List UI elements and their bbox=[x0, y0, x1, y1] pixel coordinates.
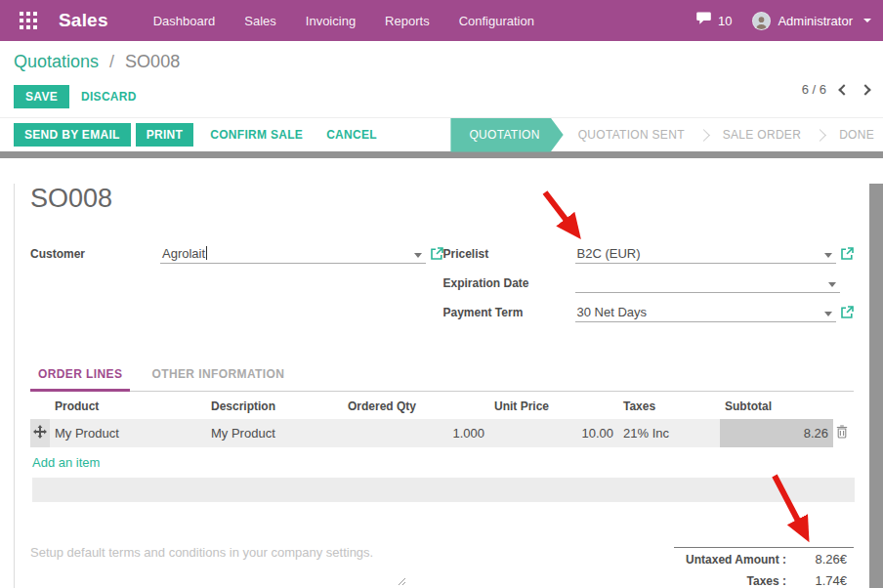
order-lines-table: Product Description Ordered Qty Unit Pri… bbox=[30, 392, 855, 447]
handle-column-header bbox=[30, 392, 50, 419]
cell-ordered-qty[interactable]: 1.000 bbox=[343, 419, 489, 447]
cell-description[interactable]: My Product bbox=[206, 419, 343, 447]
scrollbar[interactable] bbox=[869, 184, 883, 588]
text-cursor bbox=[206, 246, 207, 260]
page-title: SO008 bbox=[30, 184, 854, 214]
breadcrumb-separator: / bbox=[109, 52, 114, 71]
record-pager: 6 / 6 bbox=[802, 82, 869, 97]
status-step-sale-order[interactable]: SALE ORDER bbox=[710, 118, 814, 152]
external-link-icon[interactable] bbox=[840, 306, 854, 319]
trash-icon[interactable] bbox=[833, 419, 855, 447]
field-customer: Customer Agrolait bbox=[30, 243, 443, 264]
column-header-subtotal[interactable]: Subtotal bbox=[720, 392, 833, 419]
payment-term-label: Payment Term bbox=[443, 306, 575, 322]
control-panel: Quotations / SO008 6 / 6 SAVE DISCARD bbox=[0, 41, 883, 117]
pricelist-value: B2C (EUR) bbox=[577, 246, 641, 261]
status-step-quotation[interactable]: QUOTATION bbox=[450, 118, 563, 152]
taxes-value: 1.74€ bbox=[786, 573, 847, 588]
chevron-right-icon[interactable] bbox=[860, 84, 870, 95]
table-header-row: Product Description Ordered Qty Unit Pri… bbox=[30, 392, 855, 419]
caret-down-icon[interactable] bbox=[828, 282, 836, 287]
customer-label: Customer bbox=[30, 247, 160, 264]
payment-term-input[interactable]: 30 Net Days bbox=[575, 304, 837, 322]
column-header-product[interactable]: Product bbox=[50, 392, 206, 419]
tab-other-information[interactable]: OTHER INFORMATION bbox=[144, 361, 292, 391]
chevron-separator-icon bbox=[814, 129, 826, 142]
column-header-unit-price[interactable]: Unit Price bbox=[489, 392, 618, 419]
row-drag-handle-icon[interactable] bbox=[30, 419, 50, 447]
chevron-down-icon bbox=[863, 19, 871, 22]
empty-list-strip bbox=[32, 478, 855, 502]
status-step-quotation-sent[interactable]: QUOTATION SENT bbox=[566, 118, 697, 152]
expiration-date-input[interactable] bbox=[575, 274, 841, 293]
divider bbox=[0, 151, 883, 158]
customer-value: Agrolait bbox=[162, 246, 205, 261]
terms-and-conditions: Setup default terms and conditions in yo… bbox=[30, 545, 403, 588]
form-sheet: SO008 Customer Agrolait bbox=[14, 184, 869, 588]
messages-count: 10 bbox=[718, 14, 732, 28]
user-menu[interactable]: Administrator bbox=[778, 14, 853, 28]
caret-down-icon[interactable] bbox=[414, 253, 422, 258]
app-brand[interactable]: Sales bbox=[59, 10, 108, 31]
field-pricelist: Pricelist B2C (EUR) bbox=[443, 243, 855, 264]
save-button[interactable]: SAVE bbox=[14, 85, 69, 108]
breadcrumb-current: SO008 bbox=[125, 52, 180, 71]
terms-underline bbox=[30, 580, 403, 588]
field-payment-term: Payment Term 30 Net Days bbox=[443, 302, 855, 322]
status-steps: QUOTATION QUOTATION SENT SALE ORDER DONE bbox=[450, 118, 883, 152]
discard-button[interactable]: DISCARD bbox=[69, 85, 148, 108]
column-header-description[interactable]: Description bbox=[206, 392, 343, 419]
caret-down-icon[interactable] bbox=[824, 253, 832, 258]
breadcrumb-quotations-link[interactable]: Quotations bbox=[14, 52, 99, 71]
expiration-date-label: Expiration Date bbox=[443, 276, 575, 293]
menu-item-sales[interactable]: Sales bbox=[242, 10, 278, 32]
customer-input[interactable]: Agrolait bbox=[160, 245, 426, 264]
resize-handle-icon[interactable] bbox=[397, 571, 405, 588]
messages-button[interactable]: 10 bbox=[696, 12, 732, 29]
send-by-email-button[interactable]: SEND BY EMAIL bbox=[14, 123, 131, 147]
pager-value: 6 / 6 bbox=[802, 82, 826, 97]
totals-panel: Untaxed Amount : 8.26€ Taxes : 1.74€ Tot… bbox=[674, 547, 854, 588]
chat-bubble-icon bbox=[696, 12, 713, 29]
chevron-left-icon[interactable] bbox=[838, 84, 849, 95]
cell-taxes[interactable]: 21% Inc bbox=[618, 419, 720, 447]
main-menu: Dashboard Sales Invoicing Reports Config… bbox=[151, 10, 536, 32]
caret-down-icon[interactable] bbox=[824, 312, 832, 316]
taxes-label: Taxes : bbox=[747, 574, 786, 588]
cancel-button[interactable]: CANCEL bbox=[315, 123, 389, 147]
cell-unit-price[interactable]: 10.00 bbox=[489, 419, 618, 447]
cell-subtotal[interactable]: 8.26 bbox=[720, 419, 833, 447]
tab-order-lines[interactable]: ORDER LINES bbox=[30, 361, 130, 392]
terms-textarea[interactable]: Setup default terms and conditions in yo… bbox=[30, 545, 403, 560]
pricelist-input[interactable]: B2C (EUR) bbox=[575, 245, 837, 264]
column-header-taxes[interactable]: Taxes bbox=[618, 392, 720, 419]
menu-item-dashboard[interactable]: Dashboard bbox=[151, 10, 218, 32]
content-area: SO008 Customer Agrolait bbox=[0, 184, 883, 588]
print-button[interactable]: PRINT bbox=[136, 123, 194, 147]
table-row[interactable]: My Product My Product 1.000 10.00 21% In… bbox=[30, 419, 855, 447]
field-expiration-date: Expiration Date bbox=[443, 273, 855, 293]
status-step-done[interactable]: DONE bbox=[826, 118, 883, 152]
payment-term-value: 30 Net Days bbox=[577, 305, 648, 319]
add-an-item-link[interactable]: Add an item bbox=[30, 447, 167, 470]
column-header-ordered-qty[interactable]: Ordered Qty bbox=[343, 392, 489, 419]
form-statusbar: SEND BY EMAIL PRINT CONFIRM SALE CANCEL … bbox=[0, 117, 883, 151]
untaxed-amount-label: Untaxed Amount : bbox=[686, 553, 786, 567]
menu-item-configuration[interactable]: Configuration bbox=[457, 10, 536, 32]
external-link-icon[interactable] bbox=[430, 247, 443, 261]
menu-item-reports[interactable]: Reports bbox=[383, 10, 432, 32]
menu-item-invoicing[interactable]: Invoicing bbox=[304, 10, 357, 32]
breadcrumb: Quotations / SO008 bbox=[14, 52, 869, 72]
cell-product[interactable]: My Product bbox=[50, 419, 206, 447]
untaxed-amount-value: 8.26€ bbox=[786, 552, 847, 567]
external-link-icon[interactable] bbox=[840, 247, 854, 261]
untaxed-amount-row: Untaxed Amount : 8.26€ bbox=[674, 547, 854, 569]
confirm-sale-button[interactable]: CONFIRM SALE bbox=[198, 123, 315, 147]
notebook-tabs: ORDER LINES OTHER INFORMATION bbox=[30, 361, 854, 392]
avatar[interactable] bbox=[752, 12, 771, 30]
pricelist-label: Pricelist bbox=[443, 247, 575, 264]
chevron-separator-icon bbox=[697, 129, 710, 142]
top-navbar: Sales Dashboard Sales Invoicing Reports … bbox=[0, 0, 883, 41]
apps-grid-icon[interactable] bbox=[20, 11, 39, 30]
trash-column-header bbox=[833, 392, 855, 419]
